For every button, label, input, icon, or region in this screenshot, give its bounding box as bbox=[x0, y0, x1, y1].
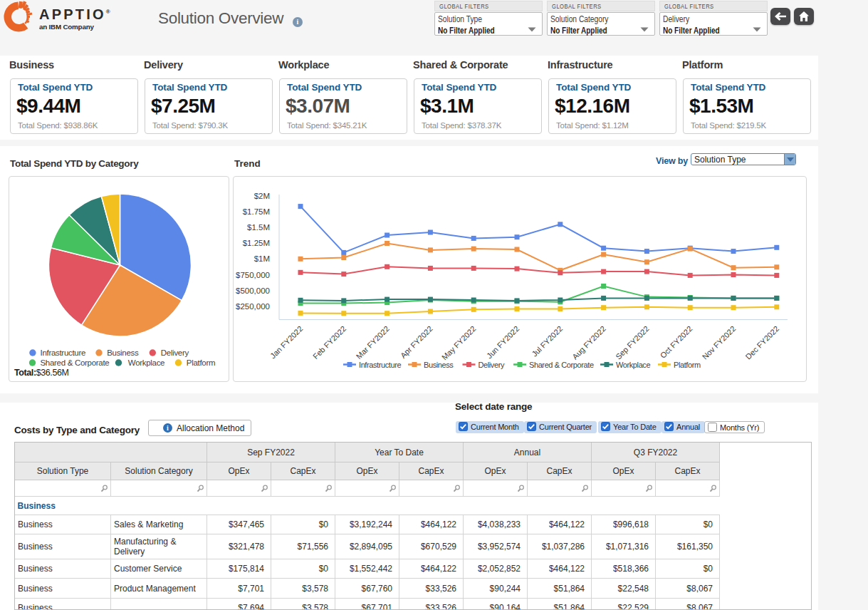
svg-text:Aug FY2022: Aug FY2022 bbox=[570, 324, 607, 361]
svg-text:Platform: Platform bbox=[674, 361, 701, 369]
svg-text:Oct FY2022: Oct FY2022 bbox=[659, 324, 694, 360]
svg-text:Workplace: Workplace bbox=[128, 358, 164, 367]
svg-text:$1.25M: $1.25M bbox=[243, 239, 270, 247]
svg-text:$250,000: $250,000 bbox=[236, 302, 270, 311]
svg-text:Shared & Corporate: Shared & Corporate bbox=[41, 358, 110, 367]
svg-text:$1.5M: $1.5M bbox=[247, 223, 270, 232]
svg-text:$1.75M: $1.75M bbox=[243, 207, 270, 216]
svg-text:Jun FY2022: Jun FY2022 bbox=[485, 324, 521, 360]
svg-text:Delivery: Delivery bbox=[479, 361, 505, 369]
svg-text:$1M: $1M bbox=[254, 254, 270, 263]
svg-text:Jul FY2022: Jul FY2022 bbox=[530, 324, 564, 358]
svg-text:Business: Business bbox=[424, 361, 454, 369]
svg-text:Sep FY2022: Sep FY2022 bbox=[614, 324, 651, 361]
svg-text:Feb FY2022: Feb FY2022 bbox=[311, 324, 347, 361]
svg-text:Platform: Platform bbox=[187, 358, 215, 367]
svg-text:Infrastructure: Infrastructure bbox=[41, 348, 86, 357]
svg-text:$2M: $2M bbox=[254, 192, 270, 200]
svg-text:Dec FY2022: Dec FY2022 bbox=[743, 324, 780, 361]
svg-text:$500,000: $500,000 bbox=[236, 286, 270, 295]
svg-text:Delivery: Delivery bbox=[161, 348, 189, 357]
svg-text:Apr FY2022: Apr FY2022 bbox=[399, 324, 434, 360]
svg-text:Business: Business bbox=[107, 348, 139, 357]
svg-text:Shared & Corporate: Shared & Corporate bbox=[529, 361, 594, 369]
svg-text:Nov FY2022: Nov FY2022 bbox=[701, 324, 738, 361]
svg-text:Infrastructure: Infrastructure bbox=[359, 361, 401, 369]
svg-text:$750,000: $750,000 bbox=[236, 271, 270, 279]
svg-text:May FY2022: May FY2022 bbox=[440, 324, 478, 362]
svg-text:Jan FY2022: Jan FY2022 bbox=[268, 324, 304, 360]
svg-text:Workplace: Workplace bbox=[616, 361, 650, 369]
svg-text:Mar FY2022: Mar FY2022 bbox=[355, 324, 391, 361]
